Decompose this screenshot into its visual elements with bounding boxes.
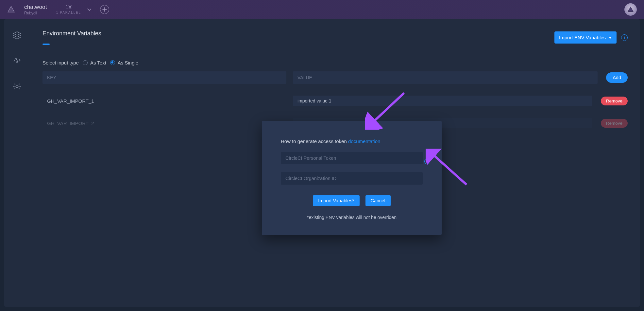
parallel-scale: 1X 1 PARALLEL bbox=[56, 5, 81, 14]
modal-import-button[interactable]: Import Variables* bbox=[313, 195, 359, 206]
import-modal: How to generate access token documentati… bbox=[262, 121, 442, 235]
new-var-row: Add bbox=[42, 71, 628, 84]
page-header: Environment Variables Import ENV Variabl… bbox=[42, 30, 628, 45]
radio-as-single[interactable]: As Single bbox=[110, 60, 138, 65]
scale-dropdown[interactable] bbox=[84, 7, 94, 12]
page-title: Environment Variables bbox=[42, 30, 101, 37]
project-name: chatwoot bbox=[24, 4, 47, 10]
import-env-label: Import ENV Variables bbox=[559, 35, 606, 40]
topbar: chatwoot Rubycii 1X 1 PARALLEL bbox=[0, 0, 644, 19]
add-button[interactable] bbox=[100, 5, 109, 14]
radio-icon bbox=[110, 60, 115, 65]
env-form: Select input type As Text As Single Add … bbox=[42, 60, 628, 128]
input-type-row: Select input type As Text As Single bbox=[42, 60, 628, 65]
info-icon[interactable]: i bbox=[621, 34, 628, 41]
circleci-org-input[interactable] bbox=[281, 172, 423, 185]
key-input[interactable] bbox=[42, 71, 286, 84]
circleci-token-input[interactable] bbox=[281, 152, 423, 164]
input-type-label: Select input type bbox=[42, 60, 79, 65]
scale-bottom: 1 PARALLEL bbox=[56, 11, 81, 14]
title-underline bbox=[42, 44, 50, 45]
plus-icon bbox=[102, 7, 107, 12]
sidebar-stack-icon[interactable] bbox=[12, 30, 22, 41]
main-panel: Environment Variables Import ENV Variabl… bbox=[30, 19, 640, 307]
sidebar-pipeline-icon[interactable] bbox=[12, 56, 22, 66]
project-block[interactable]: chatwoot Rubycii bbox=[24, 4, 47, 15]
caret-down-icon: ▼ bbox=[608, 36, 612, 40]
documentation-link[interactable]: documentation bbox=[348, 138, 380, 144]
sidebar-settings-icon[interactable] bbox=[12, 81, 22, 92]
modal-cancel-button[interactable]: Cancel bbox=[365, 195, 391, 206]
scale-top: 1X bbox=[65, 5, 72, 10]
info-icon[interactable]: i bbox=[424, 158, 430, 164]
add-button[interactable]: Add bbox=[606, 72, 628, 83]
var-key: GH_VAR_IMPORT_2 bbox=[42, 120, 286, 126]
radio-icon bbox=[83, 60, 88, 65]
sidebar bbox=[4, 19, 30, 307]
radio-as-text[interactable]: As Text bbox=[83, 60, 106, 65]
modal-footnote: *existing ENV variables will not be over… bbox=[281, 215, 423, 220]
content-frame: Environment Variables Import ENV Variabl… bbox=[4, 19, 640, 307]
avatar[interactable] bbox=[624, 3, 637, 16]
import-env-button[interactable]: Import ENV Variables ▼ bbox=[554, 31, 617, 44]
var-value-input[interactable] bbox=[293, 96, 592, 106]
radio-as-single-label: As Single bbox=[118, 60, 138, 65]
remove-button[interactable]: Remove bbox=[601, 97, 628, 105]
brand-logo-icon bbox=[7, 6, 15, 13]
var-key: GH_VAR_IMPORT_1 bbox=[42, 98, 286, 104]
var-row: GH_VAR_IMPORT_1 Remove bbox=[42, 96, 628, 106]
chevron-down-icon bbox=[87, 7, 92, 12]
value-input[interactable] bbox=[293, 71, 598, 84]
avatar-logo-icon bbox=[627, 6, 634, 13]
modal-help-text: How to generate access token documentati… bbox=[281, 138, 423, 144]
project-sub: Rubycii bbox=[24, 11, 47, 15]
remove-button[interactable]: Remove bbox=[601, 119, 628, 128]
radio-as-text-label: As Text bbox=[90, 60, 106, 65]
svg-point-0 bbox=[16, 85, 18, 88]
